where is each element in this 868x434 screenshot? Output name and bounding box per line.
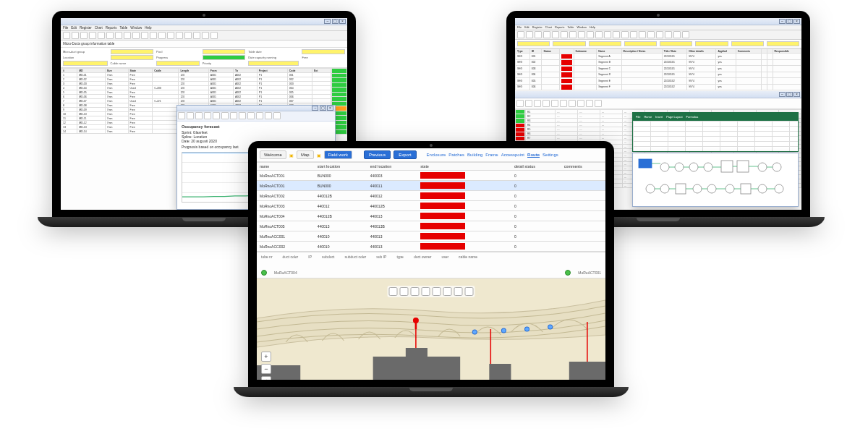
toolbar-button[interactable]: [578, 31, 585, 38]
map-tool[interactable]: [443, 287, 452, 296]
toolbar-button[interactable]: [639, 31, 646, 38]
toolbar-button[interactable]: [106, 32, 114, 39]
table-row[interactable]: SEG002Segment B202101019974yes: [516, 59, 801, 66]
excel-tab[interactable]: Home: [644, 115, 652, 119]
toolbar-button[interactable]: [552, 31, 559, 38]
toolbar-button[interactable]: [613, 31, 620, 38]
toolbar-button[interactable]: [176, 32, 183, 39]
table-row[interactable]: SEG005Segment E202101029974yes: [516, 78, 801, 85]
map-tool[interactable]: [400, 287, 409, 296]
toolbar-button[interactable]: [247, 112, 255, 119]
menu-window[interactable]: Window: [130, 26, 142, 30]
tab-fieldwork[interactable]: Field work: [324, 150, 352, 159]
toolbar-button[interactable]: [210, 32, 218, 39]
field[interactable]: [660, 41, 692, 46]
excel-tab[interactable]: File: [636, 115, 640, 119]
toolbar-button[interactable]: [89, 32, 96, 39]
max-button[interactable]: ▢: [786, 92, 793, 97]
toolbar-button[interactable]: [213, 112, 220, 119]
col-header[interactable]: state: [417, 163, 511, 171]
toolbar-button[interactable]: [577, 100, 584, 107]
close-button[interactable]: ×: [793, 92, 800, 97]
menu-register[interactable]: Register: [80, 26, 92, 30]
toolbar-button[interactable]: [195, 112, 203, 119]
max-button[interactable]: ▢: [320, 106, 326, 111]
nav-settings[interactable]: Settings: [542, 153, 558, 157]
toolbar-button[interactable]: [124, 32, 131, 39]
toolbar-button[interactable]: [682, 31, 689, 38]
toolbar-button[interactable]: [141, 32, 148, 39]
excel-tab[interactable]: Formulas: [686, 115, 699, 119]
popup-titlebar[interactable]: – ▢ ×: [177, 106, 335, 111]
menu-table[interactable]: Table: [567, 26, 574, 29]
sub-toolbar[interactable]: [515, 98, 801, 109]
toolbar-button[interactable]: [656, 31, 663, 38]
field-table-date[interactable]: [302, 49, 345, 54]
close-button[interactable]: ×: [327, 106, 333, 111]
zoom-in-button[interactable]: +: [261, 352, 271, 362]
menu-table[interactable]: Table: [120, 26, 128, 30]
toolbar-button[interactable]: [561, 31, 568, 38]
close-button[interactable]: ×: [793, 19, 800, 24]
nav-patches[interactable]: Patches: [448, 153, 464, 157]
menu-edit[interactable]: Edit: [71, 26, 77, 30]
toolbar-button[interactable]: [184, 32, 192, 39]
toolbar-button[interactable]: [587, 31, 594, 38]
toolbar-button[interactable]: [80, 32, 88, 39]
table-row[interactable]: SEG001Segment A202101019974yes: [516, 54, 801, 60]
toolbar-button[interactable]: [535, 31, 542, 38]
toolbar-button[interactable]: [178, 112, 185, 119]
excel-popup[interactable]: File Home Insert Page Layout Formulas: [632, 112, 799, 152]
nav-route[interactable]: Route: [527, 153, 540, 157]
toolbar-button[interactable]: [621, 31, 629, 38]
toolbar-button[interactable]: [647, 31, 655, 38]
nav-enclosure[interactable]: Enclosure: [427, 153, 446, 157]
field-location[interactable]: [111, 55, 154, 60]
col-header[interactable]: name: [257, 163, 315, 171]
toolbar-button[interactable]: [150, 32, 157, 39]
col-header[interactable]: start location: [315, 163, 367, 171]
field-cable[interactable]: [156, 61, 200, 66]
toolbar-button[interactable]: [193, 32, 200, 39]
toolbar-button[interactable]: [586, 100, 593, 107]
menu-bar[interactable]: File Edit Register Chart Reports Table W…: [61, 25, 347, 31]
table-row[interactable]: MoRnoACT001BUN0004400030: [257, 171, 605, 181]
map-toolbar[interactable]: [388, 286, 475, 297]
toolbar-button[interactable]: [673, 31, 681, 38]
export-button[interactable]: Export: [393, 150, 416, 159]
field-free[interactable]: [63, 61, 108, 66]
menu-file[interactable]: File: [517, 26, 522, 29]
map-tool[interactable]: [454, 287, 463, 296]
toolbar-button[interactable]: [595, 31, 603, 38]
field[interactable]: [731, 41, 764, 46]
toolbar-button[interactable]: [63, 32, 70, 39]
toolbar-button[interactable]: [273, 112, 281, 119]
menu-chart[interactable]: Chart: [545, 26, 552, 29]
toolbar-button[interactable]: [534, 100, 541, 107]
close-button[interactable]: ×: [339, 19, 346, 24]
toolbar[interactable]: [61, 31, 347, 41]
field-posnr[interactable]: [203, 49, 246, 54]
data-grid[interactable]: TypeIDStatusSubnameNameDescription / Not…: [515, 48, 801, 90]
toolbar-button[interactable]: [158, 32, 166, 39]
table-row[interactable]: MoRnoACT004440012B4400130: [257, 211, 605, 221]
field-priority[interactable]: [248, 61, 299, 66]
excel-tab[interactable]: Insert: [655, 115, 663, 119]
map-tool[interactable]: [433, 287, 441, 296]
toolbar-button[interactable]: [551, 100, 558, 107]
tab-map[interactable]: Map: [297, 150, 314, 159]
max-button[interactable]: ▢: [332, 19, 339, 24]
zoom-out-button[interactable]: −: [261, 364, 271, 374]
field[interactable]: [695, 41, 728, 46]
toolbar-button[interactable]: [560, 100, 567, 107]
toolbar-button[interactable]: [202, 32, 209, 39]
min-button[interactable]: –: [779, 92, 786, 97]
toolbar-button[interactable]: [516, 100, 524, 107]
table-row[interactable]: MoRnoACC0024400104400130: [257, 242, 605, 252]
table-row[interactable]: SEG006Segment F202101029974yes: [516, 84, 801, 90]
menu-chart[interactable]: Chart: [95, 26, 103, 30]
map-tool[interactable]: [465, 287, 474, 296]
toolbar-button[interactable]: [525, 100, 532, 107]
field[interactable]: [767, 41, 799, 46]
col-header[interactable]: comments: [561, 163, 605, 171]
